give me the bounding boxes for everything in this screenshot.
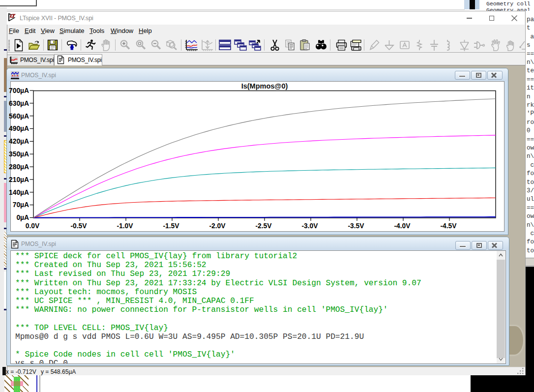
- svg-text:-3.0V: -3.0V: [302, 222, 319, 230]
- svg-text:70µA: 70µA: [13, 201, 29, 209]
- svg-text:0µA: 0µA: [16, 214, 29, 221]
- svg-text:700µA: 700µA: [9, 87, 29, 94]
- svg-text:-4.0V: -4.0V: [394, 222, 411, 230]
- svg-text:420µA: 420µA: [9, 138, 29, 145]
- svg-text:-0.5V: -0.5V: [71, 222, 88, 230]
- svg-text:630µA: 630µA: [9, 100, 29, 107]
- svg-text:-4.5V: -4.5V: [441, 222, 457, 230]
- svg-text:-3.5V: -3.5V: [348, 222, 365, 230]
- svg-text:0.0V: 0.0V: [26, 222, 40, 230]
- svg-text:560µA: 560µA: [9, 113, 29, 120]
- svg-text:Is(Mpmos@0): Is(Mpmos@0): [241, 82, 288, 90]
- svg-text:-2.5V: -2.5V: [256, 222, 272, 230]
- svg-text:-1.5V: -1.5V: [163, 222, 180, 230]
- svg-text:-2.0V: -2.0V: [209, 222, 226, 230]
- svg-text:350µA: 350µA: [9, 151, 29, 158]
- svg-text:-1.0V: -1.0V: [117, 222, 134, 230]
- svg-text:210µA: 210µA: [9, 176, 29, 183]
- svg-text:140µA: 140µA: [9, 189, 29, 196]
- svg-text:280µA: 280µA: [9, 163, 29, 171]
- svg-text:490µA: 490µA: [9, 125, 29, 132]
